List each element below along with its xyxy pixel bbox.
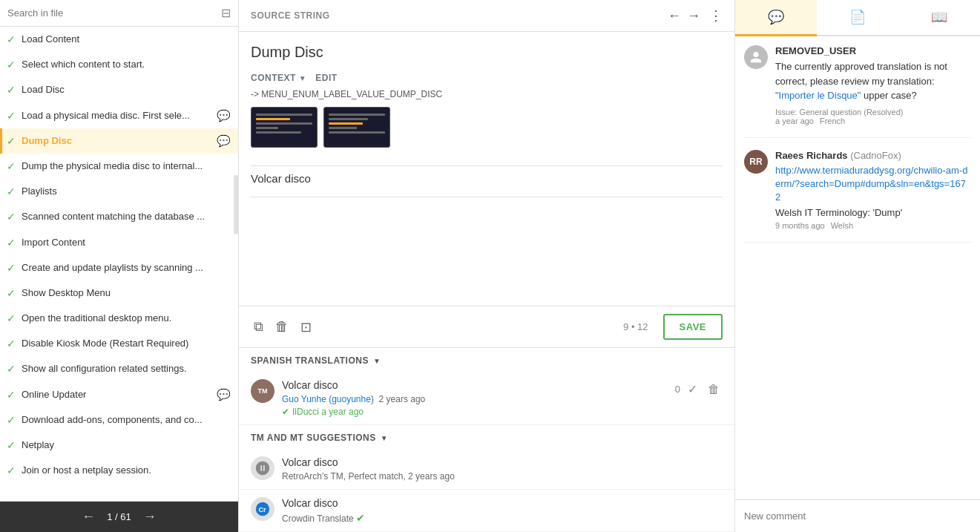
check-icon: ✓ bbox=[7, 414, 16, 426]
raees-avatar: RR bbox=[744, 150, 768, 174]
list-item-scanned-content[interactable]: ✓ Scanned content matching the database … bbox=[0, 204, 238, 229]
list-item-download-addons[interactable]: ✓ Download add-ons, components, and co..… bbox=[0, 407, 238, 433]
right-content: REMOVED_USER The currently approved tran… bbox=[735, 36, 980, 499]
check-icon: ✓ bbox=[7, 439, 16, 451]
list-item-playlists[interactable]: ✓ Playlists bbox=[0, 179, 238, 204]
search-input[interactable] bbox=[7, 7, 221, 19]
suggestion-2-text: Volcar disco bbox=[282, 497, 723, 509]
comment-2-language: Welsh bbox=[831, 221, 853, 230]
delete-translation-button[interactable]: 🗑 bbox=[705, 380, 723, 399]
check-icon: ✓ bbox=[7, 135, 16, 147]
comment-2-body: Raees Richards (CadnoFox) http://www.ter… bbox=[775, 150, 971, 231]
list-item-show-config[interactable]: ✓ Show all configuration related setting… bbox=[0, 356, 238, 381]
suggestion-1-meta: RetroArch's TM, Perfect match, 2 years a… bbox=[282, 471, 723, 482]
list-item-open-desktop[interactable]: ✓ Open the traditional desktop menu. bbox=[0, 306, 238, 331]
list-item-import-content[interactable]: ✓ Import Content bbox=[0, 230, 238, 255]
context-path: -> MENU_ENUM_LABEL_VALUE_DUMP_DISC bbox=[251, 89, 723, 99]
new-comment-area bbox=[735, 499, 980, 532]
comment-2-link-container: http://www.termiaduraddysg.org/chwilio-a… bbox=[775, 164, 971, 205]
list-item-text: Online Updater bbox=[22, 388, 214, 401]
translation-text[interactable]: Volcar disco bbox=[251, 166, 723, 197]
translator-avatar: TM bbox=[251, 379, 274, 403]
check-icon: ✓ bbox=[7, 237, 16, 249]
prev-page-button[interactable]: ← bbox=[77, 508, 99, 526]
translation-item-text: Volcar disco bbox=[282, 379, 668, 391]
list-item-join-netplay[interactable]: ✓ Join or host a netplay session. bbox=[0, 458, 238, 483]
check-icon: ✓ bbox=[7, 185, 16, 197]
screenshot-thumb-1[interactable] bbox=[251, 107, 318, 148]
next-page-button[interactable]: → bbox=[139, 508, 161, 526]
tab-info[interactable]: 📄 bbox=[817, 0, 898, 36]
list-item-select-content[interactable]: ✓ Select which content to start. bbox=[0, 52, 238, 77]
check-icon: ✓ bbox=[7, 262, 16, 274]
comment-2-author: Raees Richards (CadnoFox) bbox=[775, 150, 971, 161]
list-item-disable-kiosk[interactable]: ✓ Disable Kiosk Mode (Restart Required) bbox=[0, 331, 238, 356]
tab-bookmark[interactable]: 📖 bbox=[898, 0, 980, 36]
suggestion-1-text: Volcar disco bbox=[282, 456, 723, 468]
screenshot-thumb-2[interactable] bbox=[323, 107, 390, 148]
char-count: 9 • 12 bbox=[623, 321, 648, 332]
right-tabs: 💬 📄 📖 bbox=[735, 0, 980, 36]
history-button[interactable]: ⊡ bbox=[297, 316, 315, 338]
svg-text:Cr: Cr bbox=[259, 506, 267, 513]
comment-2-link[interactable]: http://www.termiaduraddysg.org/chwilio-a… bbox=[775, 165, 967, 203]
removed-user-avatar bbox=[744, 45, 768, 69]
translation-item-actions: 0 ✓ 🗑 bbox=[675, 379, 723, 399]
check-icon: ✓ bbox=[7, 84, 16, 96]
list-item-text: Load Disc bbox=[22, 83, 231, 96]
new-comment-input[interactable] bbox=[744, 508, 971, 525]
list-item-netplay[interactable]: ✓ Netplay bbox=[0, 433, 238, 458]
translations-section: SPANISH TRANSLATIONS ▼ TM Volcar disco G… bbox=[239, 347, 734, 532]
vote-count: 0 bbox=[675, 384, 680, 395]
tm-suggestions-header[interactable]: TM AND MT SUGGESTIONS ▼ bbox=[239, 425, 734, 449]
list-item-text: Show all configuration related settings. bbox=[22, 362, 231, 375]
list-item-show-desktop-menu[interactable]: ✓ Show Desktop Menu bbox=[0, 280, 238, 306]
list-item-text: Dump Disc bbox=[22, 134, 214, 148]
comment-1-meta: a year ago French bbox=[775, 116, 971, 125]
copy-source-button[interactable]: ⧉ bbox=[251, 316, 266, 338]
tab-comments[interactable]: 💬 bbox=[735, 0, 817, 36]
comment-1-text: The currently approved translation is no… bbox=[775, 59, 971, 103]
clear-translation-button[interactable]: 🗑 bbox=[272, 316, 292, 338]
list-item-load-content[interactable]: ✓ Load Content bbox=[0, 27, 238, 52]
suggestion-2-header: Cr Volcar disco Crowdin Translate ✔ bbox=[251, 497, 723, 524]
list-item-text: Scanned content matching the database ..… bbox=[22, 210, 231, 223]
comment-highlight: "Importer le Disque" bbox=[775, 90, 861, 101]
context-tag[interactable]: CONTEXT ▼ bbox=[251, 73, 306, 83]
screenshot-row bbox=[251, 107, 723, 148]
list-item-dump-disc[interactable]: ✓ Dump Disc 💬 bbox=[0, 128, 238, 154]
list-item-load-disc[interactable]: ✓ Load Disc bbox=[0, 77, 238, 102]
list-item-load-physical[interactable]: ✓ Load a physical media disc. First sele… bbox=[0, 103, 238, 128]
list-item-online-updater[interactable]: ✓ Online Updater 💬 bbox=[0, 382, 238, 407]
comment-icon: 💬 bbox=[217, 134, 231, 148]
edit-button[interactable]: EDIT bbox=[315, 73, 337, 83]
comment-2-time: 9 months ago bbox=[775, 221, 825, 230]
check-icon: ✓ bbox=[7, 160, 16, 172]
check-icon: ✓ bbox=[7, 464, 16, 476]
list-item-text: Open the traditional desktop menu. bbox=[22, 312, 231, 325]
list-item-dump-physical[interactable]: ✓ Dump the physical media disc to intern… bbox=[0, 154, 238, 179]
filter-icon[interactable]: ⊟ bbox=[221, 6, 231, 20]
comment-icon-gray: 💬 bbox=[217, 388, 231, 401]
context-section: CONTEXT ▼ EDIT -> MENU_ENUM_LABEL_VALUE_… bbox=[239, 67, 734, 165]
next-string-arrow[interactable]: → bbox=[687, 8, 700, 24]
list-item-create-playlists[interactable]: ✓ Create and update playlists by scannin… bbox=[0, 255, 238, 280]
comment-entry-2: RR Raees Richards (CadnoFox) http://www.… bbox=[744, 150, 971, 243]
save-button[interactable]: SAVE bbox=[663, 314, 723, 340]
list-item-text: Load a physical media disc. First sele..… bbox=[22, 109, 214, 122]
list-item-text: Select which content to start. bbox=[22, 58, 231, 71]
suggestion-1-body: Volcar disco RetroArch's TM, Perfect mat… bbox=[282, 456, 723, 482]
check-icon: ✓ bbox=[7, 287, 16, 299]
source-string-title: Dump Disc bbox=[239, 32, 734, 67]
translator-link[interactable]: Guo Yunhe (guoyunhe) bbox=[282, 394, 374, 404]
more-options-icon[interactable]: ⋮ bbox=[709, 7, 723, 24]
context-label: CONTEXT bbox=[251, 73, 296, 83]
approve-translation-button[interactable]: ✓ bbox=[685, 379, 700, 399]
spanish-translations-header[interactable]: SPANISH TRANSLATIONS ▼ bbox=[239, 348, 734, 372]
list-item-text: Playlists bbox=[22, 185, 231, 198]
check-icon: ✓ bbox=[7, 338, 16, 349]
prev-string-arrow[interactable]: ← bbox=[668, 8, 681, 24]
check-icon: ✓ bbox=[7, 33, 16, 45]
comment-1-language: French bbox=[820, 116, 845, 125]
check-icon: ✓ bbox=[7, 211, 16, 223]
